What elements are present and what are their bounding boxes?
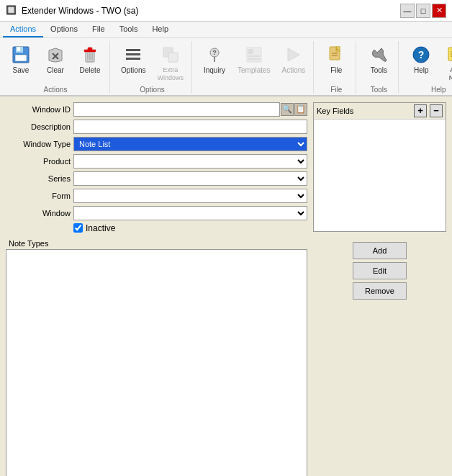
key-fields-content: [314, 120, 446, 231]
main-area: Window ID 🔍 📋 Description Window Type No…: [0, 96, 452, 476]
series-label: Series: [6, 174, 71, 183]
edit-button[interactable]: Edit: [353, 262, 407, 279]
series-wrapper: [73, 171, 307, 186]
window-type-wrapper: Note List Window Report: [73, 137, 307, 151]
product-select[interactable]: [73, 154, 307, 169]
title-bar-text: Extender Windows - TWO (sa): [22, 6, 138, 16]
templates-label: Templates: [238, 66, 271, 75]
restore-button[interactable]: □: [416, 4, 430, 18]
save-button[interactable]: Save: [4, 41, 37, 77]
clear-button[interactable]: Clear: [39, 41, 72, 77]
window-label: Window: [6, 209, 71, 217]
note-types-section: Note Types: [6, 238, 307, 476]
add-note-icon: +: [444, 43, 452, 66]
svg-marker-21: [288, 48, 299, 61]
add-note-button[interactable]: + AddNote: [439, 41, 452, 84]
right-buttons: Add Edit Remove: [313, 242, 446, 300]
description-label: Description: [6, 122, 71, 131]
extra-windows-label: ExtraWindows: [157, 66, 184, 82]
tab-file[interactable]: File: [85, 22, 112, 37]
actions-button[interactable]: Actions: [277, 41, 311, 77]
description-input[interactable]: [73, 120, 307, 134]
window-type-select[interactable]: Note List Window Report: [73, 137, 307, 151]
tools-button[interactable]: Tools: [362, 41, 395, 77]
window-select[interactable]: [73, 206, 307, 220]
svg-rect-6: [88, 48, 92, 50]
ribbon-group-file-items: File: [320, 41, 353, 84]
options-icon: [122, 43, 145, 66]
svg-rect-19: [248, 55, 260, 57]
form-area: Window ID 🔍 📋 Description Window Type No…: [0, 96, 452, 476]
svg-rect-14: [168, 53, 178, 62]
svg-text:?: ?: [212, 49, 217, 56]
inactive-label: Inactive: [86, 223, 115, 233]
ribbon-group-tools-items: Tools: [362, 41, 395, 84]
tools-group-label: Tools: [371, 86, 387, 94]
ribbon-group-actions: Save Clear Delete Actions: [1, 41, 110, 94]
tab-actions[interactable]: Actions: [3, 22, 43, 37]
add-button[interactable]: Add: [353, 242, 407, 259]
actions-label: Actions: [282, 66, 306, 75]
help-button[interactable]: ? Help: [404, 41, 438, 77]
key-fields-controls: + −: [414, 104, 443, 117]
app-icon: 🔲: [6, 5, 17, 17]
inquiry-button[interactable]: ? Inquiry: [198, 41, 231, 77]
tools-label: Tools: [371, 66, 387, 75]
key-fields-title: Key Fields: [317, 107, 353, 115]
tab-tools[interactable]: Tools: [112, 22, 145, 37]
key-fields-panel: Key Fields + −: [313, 102, 446, 232]
extra-windows-button[interactable]: ExtraWindows: [152, 41, 189, 84]
ribbon-group-options-items: Options ExtraWindows: [116, 41, 189, 84]
svg-rect-20: [248, 58, 260, 60]
window-id-browse-icon[interactable]: 📋: [294, 103, 307, 116]
options-button[interactable]: Options: [116, 41, 150, 77]
delete-button[interactable]: Delete: [73, 41, 107, 77]
add-note-label: AddNote: [449, 66, 452, 82]
ribbon-group-help-items: ? Help + AddNote: [404, 41, 452, 84]
left-panel: Window ID 🔍 📋 Description Window Type No…: [6, 102, 307, 476]
tab-options[interactable]: Options: [43, 22, 85, 37]
help-group-label: Help: [431, 86, 446, 94]
close-button[interactable]: ✕: [432, 4, 446, 18]
save-label: Save: [13, 66, 30, 75]
title-bar-controls: — □ ✕: [400, 4, 446, 18]
product-wrapper: [73, 154, 307, 169]
minimize-button[interactable]: —: [400, 4, 415, 18]
remove-button[interactable]: Remove: [353, 282, 407, 300]
tab-help[interactable]: Help: [145, 22, 176, 37]
window-id-input-group: 🔍 📋: [73, 102, 307, 117]
window-id-label: Window ID: [6, 105, 71, 114]
delete-icon: [78, 43, 101, 66]
svg-rect-12: [126, 58, 140, 60]
product-row: Product: [6, 154, 307, 169]
window-id-search-icon[interactable]: 🔍: [281, 103, 294, 116]
key-fields-add-btn[interactable]: +: [414, 104, 427, 117]
window-id-input[interactable]: [73, 102, 280, 117]
svg-rect-11: [126, 53, 140, 55]
ribbon-group-actions-items: Save Clear Delete: [4, 41, 107, 84]
file-icon: [325, 43, 348, 66]
delete-label: Delete: [80, 66, 101, 75]
svg-rect-2: [17, 47, 20, 51]
ribbon-tabs: Actions Options File Tools Help: [0, 22, 452, 38]
ribbon-group-tools: Tools Tools: [359, 41, 399, 94]
inactive-checkbox[interactable]: [73, 223, 83, 233]
note-types-label: Note Types: [6, 238, 307, 249]
file-button[interactable]: File: [320, 41, 353, 77]
window-type-row: Window Type Note List Window Report: [6, 137, 307, 151]
templates-button[interactable]: Templates: [232, 41, 276, 77]
window-wrapper: [73, 206, 307, 220]
ribbon-group-inquiry: ? Inquiry Templates Actions .: [195, 41, 314, 94]
series-select[interactable]: [73, 171, 307, 186]
save-icon: [9, 43, 32, 66]
file-group-label: File: [330, 86, 342, 94]
ribbon-group-options: Options ExtraWindows Options: [113, 41, 192, 94]
inquiry-icon: ?: [203, 43, 226, 66]
actions-icon: [282, 43, 305, 66]
product-label: Product: [6, 157, 71, 166]
options-group-label: Options: [140, 86, 164, 94]
ribbon: Actions Options File Tools Help Save Cle…: [0, 22, 452, 96]
form-select[interactable]: [73, 189, 307, 203]
key-fields-remove-btn[interactable]: −: [430, 104, 443, 117]
ribbon-group-inquiry-items: ? Inquiry Templates Actions: [198, 41, 310, 84]
